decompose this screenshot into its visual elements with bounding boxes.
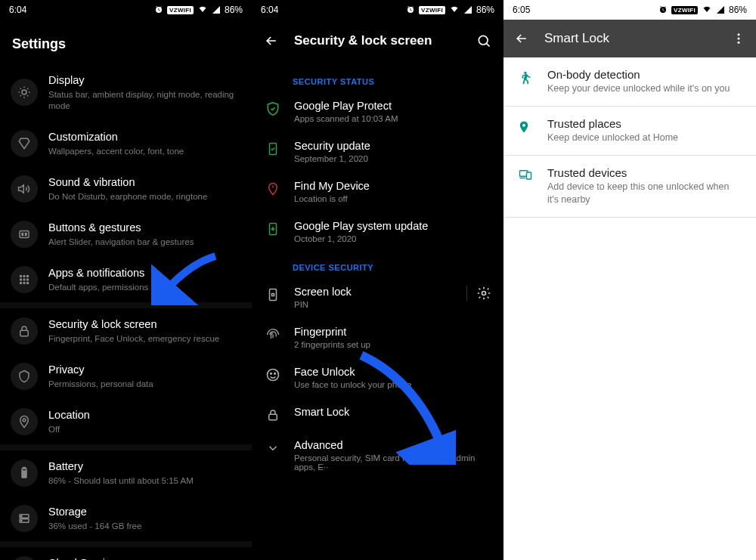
svg-rect-6	[26, 275, 29, 277]
item-sub: Default apps, permissions	[48, 282, 148, 293]
chevron-down-icon	[266, 441, 280, 455]
battery-pct: 86%	[225, 5, 243, 15]
section-header: SECURITY STATUS	[252, 67, 503, 92]
settings-item-customization[interactable]: CustomizationWallpapers, accent color, f…	[0, 121, 252, 166]
item-sub: Fingerprint, Face Unlock, emergency resc…	[48, 333, 219, 345]
item-sub: Add device to keep this one unlocked whe…	[547, 181, 742, 206]
settings-item-display[interactable]: DisplayStatus bar, ambient display, nigh…	[0, 64, 252, 121]
vzwifi-badge: VZWIFI	[671, 6, 698, 14]
lock-icon	[266, 407, 280, 422]
smartlock-item-devices[interactable]: Trusted devicesAdd device to keep this o…	[503, 156, 756, 218]
item-sub: Personal security, SIM card lock, Device…	[294, 453, 491, 472]
svg-point-23	[479, 36, 488, 45]
svg-point-35	[738, 42, 740, 44]
item-sub: Do Not Disturb, earphone mode, ringtone	[48, 191, 207, 203]
settings-item-battery[interactable]: Battery86% - Should last until about 5:1…	[0, 450, 252, 496]
item-sub: Alert Slider, navigation bar & gestures	[48, 237, 194, 248]
page-title: Settings	[0, 20, 252, 64]
item-label: Apps & notifications	[48, 266, 148, 280]
item-sub: Status bar, ambient display, night mode,…	[48, 89, 240, 112]
svg-rect-16	[23, 467, 26, 469]
settings-item-buttons[interactable]: Buttons & gesturesAlert Slider, navigati…	[0, 212, 252, 257]
status-time: 6:05	[513, 5, 530, 15]
back-icon[interactable]	[264, 33, 279, 48]
item-label: Google Play system update	[294, 220, 428, 232]
search-icon[interactable]	[476, 33, 491, 48]
security-item-face-unlock[interactable]: Face UnlockUse face to unlock your phone	[252, 358, 503, 398]
item-label: Trusted places	[547, 117, 678, 130]
settings-item-privacy[interactable]: PrivacyPermissions, personal data	[0, 354, 252, 399]
security-item-screen-lock[interactable]: Screen lockPIN	[252, 278, 503, 318]
lock-icon	[17, 324, 31, 338]
gear-icon[interactable]	[476, 286, 491, 301]
signal-icon	[463, 5, 472, 14]
section-divider	[0, 541, 252, 547]
item-label: Display	[48, 73, 240, 88]
item-label: Security update	[294, 140, 370, 152]
settings-item-apps[interactable]: Apps & notificationsDefault apps, permis…	[0, 257, 252, 302]
svg-point-30	[271, 373, 272, 375]
settings-item-location[interactable]: LocationOff	[0, 399, 252, 444]
security-item-play-protect[interactable]: Google Play ProtectApps scanned at 10:03…	[252, 92, 503, 132]
location-alert-icon	[266, 181, 280, 196]
item-sub: Use face to unlock your phone	[294, 380, 411, 389]
svg-point-14	[23, 419, 26, 422]
status-bar: 6:05 VZWIFI 86%	[503, 0, 756, 20]
item-label: Advanced	[294, 439, 491, 451]
item-label: Fingerprint	[294, 326, 370, 338]
signal-icon	[212, 5, 221, 14]
smartlock-item-places[interactable]: Trusted placesKeep device unlocked at Ho…	[503, 107, 756, 156]
item-sub: 86% - Should last until about 5:15 AM	[48, 475, 194, 487]
wifi-icon	[449, 5, 460, 14]
wifi-icon	[197, 5, 208, 14]
page-title: Smart Lock	[544, 31, 717, 46]
item-label: Customization	[48, 130, 184, 144]
item-sub: October 1, 2020	[294, 234, 428, 243]
apps-icon	[17, 273, 31, 286]
face-icon	[265, 367, 280, 382]
svg-rect-5	[23, 275, 26, 277]
item-label: Storage	[48, 505, 141, 519]
item-label: Cloud Service	[48, 556, 128, 560]
svg-point-34	[738, 38, 740, 40]
walk-icon	[517, 70, 532, 86]
svg-rect-12	[26, 282, 29, 284]
item-label: Face Unlock	[294, 366, 411, 378]
item-label: Google Play Protect	[294, 100, 398, 112]
item-label: Trusted devices	[547, 166, 742, 179]
phone-check-icon	[266, 141, 280, 156]
settings-item-sound[interactable]: Sound & vibrationDo Not Disturb, earphon…	[0, 166, 252, 212]
storage-icon	[17, 512, 31, 525]
section-divider	[0, 444, 252, 450]
vzwifi-badge: VZWIFI	[167, 6, 194, 14]
security-item-advanced[interactable]: AdvancedPersonal security, SIM card lock…	[252, 432, 503, 481]
settings-item-storage[interactable]: Storage36% used - 164 GB free	[0, 496, 252, 541]
security-item-update[interactable]: Security updateSeptember 1, 2020	[252, 132, 503, 172]
security-item-smart-lock[interactable]: Smart Lock	[252, 398, 503, 432]
item-sub: Off	[48, 424, 90, 435]
battery-pct: 86%	[476, 5, 494, 15]
alarm-icon	[406, 5, 415, 14]
customization-icon	[17, 137, 31, 150]
settings-item-cloud[interactable]: Cloud ServiceSync data with cloud	[0, 547, 252, 560]
item-sub: Wallpapers, accent color, font, tone	[48, 146, 184, 157]
security-item-fingerprint[interactable]: Fingerprint2 fingerprints set up	[252, 318, 503, 358]
page-title: Security & lock screen	[294, 33, 461, 48]
svg-rect-11	[23, 282, 26, 284]
item-label: Security & lock screen	[48, 317, 219, 332]
item-sub: Location is off	[294, 194, 370, 203]
battery-pct: 86%	[729, 5, 747, 15]
back-icon[interactable]	[514, 31, 529, 46]
security-item-find-device[interactable]: Find My DeviceLocation is off	[252, 172, 503, 212]
security-item-play-system-update[interactable]: Google Play system updateOctober 1, 2020	[252, 212, 503, 252]
status-bar: 6:04 VZWIFI 86%	[0, 0, 252, 20]
svg-point-29	[268, 370, 279, 381]
svg-rect-4	[20, 275, 22, 277]
svg-rect-27	[272, 294, 274, 296]
more-icon[interactable]	[732, 32, 745, 45]
battery-icon	[17, 466, 31, 480]
app-bar: Smart Lock	[503, 20, 756, 57]
settings-item-security[interactable]: Security & lock screenFingerprint, Face …	[0, 308, 252, 354]
item-label: Battery	[48, 459, 194, 474]
smartlock-item-onbody[interactable]: On-body detectionKeep your device unlock…	[503, 57, 756, 107]
